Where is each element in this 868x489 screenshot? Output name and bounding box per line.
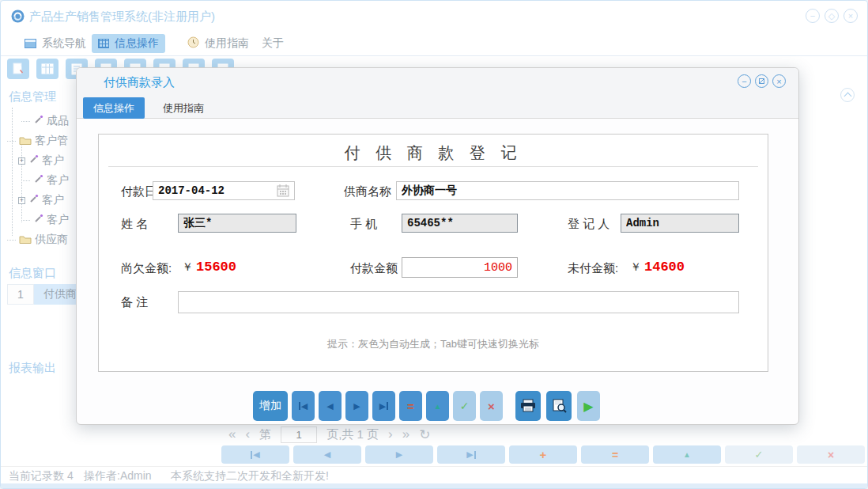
app-window: 产品生产销售管理系统(非注册用户) − ◇ × 系统导航 信息操作 使用指南 关… (0, 0, 868, 489)
grid-icon (98, 39, 109, 48)
divider (108, 166, 758, 167)
run-button[interactable]: ▶ (577, 391, 600, 421)
status-message: 本系统支持二次开发和全新开发! (171, 469, 329, 483)
menu-info-ops[interactable]: 信息操作 (92, 34, 165, 53)
pay-date-input[interactable] (153, 181, 295, 200)
expand-icon[interactable]: + (18, 197, 25, 204)
clock-icon (187, 36, 199, 51)
confirm-button[interactable]: ✓ (453, 391, 476, 421)
status-bar: 当前记录数 4 操作者:Admin 本系统支持二次开发和全新开发! (1, 466, 867, 483)
window-maximize-icon[interactable]: ◇ (825, 9, 839, 23)
bottom-strip (1, 483, 867, 489)
title-bar: 产品生产销售管理系统(非注册用户) − ◇ × (1, 1, 867, 32)
unpaid-label: 未付金额: (568, 261, 618, 276)
supplier-input[interactable] (396, 181, 739, 200)
wand-icon (28, 194, 39, 207)
folder-icon (19, 233, 32, 246)
remark-input[interactable] (178, 291, 739, 313)
tree-item-customer-4[interactable]: 客户 (21, 212, 69, 228)
wand-icon (28, 154, 39, 167)
name-input[interactable] (178, 214, 296, 233)
dialog-toolbar: 增加 ◀ ◀ ▶ ▶ = ▲ ✓ × (253, 391, 600, 421)
next-button[interactable]: ▶ (345, 391, 368, 421)
delete-record-button[interactable]: = (581, 445, 649, 464)
operator: 操作者:Admin (84, 469, 152, 483)
pay-supplier-dialog: 付供商款录入 − × 信息操作 使用指南 付 供 商 款 登 记 付款日期 供商… (76, 67, 799, 425)
last-record-button[interactable]: ▶ (437, 445, 505, 464)
menu-guide[interactable]: 使用指南 (181, 34, 255, 53)
search-doc-button[interactable] (7, 59, 29, 79)
edit-button[interactable]: ▲ (426, 391, 449, 421)
page-number-input[interactable] (281, 426, 317, 443)
tree-item-finished-goods[interactable]: 成品 (21, 113, 69, 129)
pay-supplier-form: 付 供 商 款 登 记 付款日期 供商名称 姓 名 手 机 登 记 人 尚欠金额… (98, 134, 768, 372)
tree-label: 客户 (47, 173, 69, 188)
record-toolbar: ◀ ◀ ▶ ▶ + = ▲ ✓ × (221, 445, 865, 464)
supplier-label: 供商名称 (344, 184, 391, 199)
section-report-output: 报表输出 (9, 361, 56, 376)
owed-amount: ￥15600 (182, 260, 236, 275)
dialog-close-icon[interactable]: × (772, 74, 786, 88)
table-button[interactable] (36, 59, 58, 79)
collapse-panel-icon[interactable] (840, 88, 855, 102)
last-button[interactable]: ▶ (372, 391, 395, 421)
prev-button[interactable]: ◀ (319, 391, 342, 421)
print-button[interactable] (515, 391, 541, 421)
app-title: 产品生产销售管理系统(非注册用户) (29, 9, 215, 25)
wand-icon (33, 115, 43, 127)
registrar-input[interactable] (621, 214, 739, 233)
first-record-button[interactable]: ◀ (221, 445, 289, 464)
refresh-icon[interactable]: ↻ (419, 426, 430, 443)
prev-record-button[interactable]: ◀ (293, 445, 361, 464)
page-first-icon[interactable]: « (228, 426, 236, 442)
menu-label: 使用指南 (205, 36, 249, 51)
tree-item-customer-3[interactable]: + 客户 (18, 192, 64, 208)
folder-icon (19, 135, 32, 147)
dialog-tab-guide[interactable]: 使用指南 (156, 97, 211, 119)
registrar-label: 登 记 人 (568, 217, 609, 232)
delete-button[interactable]: = (399, 391, 422, 421)
row-index: 1 (7, 284, 34, 305)
tree-folder-customers[interactable]: 客户管 (7, 133, 68, 149)
window-close-icon[interactable]: × (843, 9, 858, 23)
tree-label: 成品 (47, 114, 69, 128)
page-prev-icon[interactable]: ‹ (245, 426, 250, 442)
print-preview-button[interactable] (546, 391, 572, 421)
menu-system-nav[interactable]: 系统导航 (18, 34, 92, 53)
pay-amount-label: 付款金额 (350, 261, 398, 276)
first-button[interactable]: ◀ (292, 391, 315, 421)
page-next-icon[interactable]: › (388, 426, 393, 442)
tree-item-customer-1[interactable]: + 客户 (18, 153, 64, 169)
dialog-minimize-icon[interactable]: − (738, 74, 751, 88)
menu-label: 信息操作 (115, 36, 159, 51)
cancel-record-button[interactable]: × (797, 445, 865, 464)
tree-label: 客户 (47, 213, 69, 227)
edit-record-button[interactable]: ▲ (653, 445, 721, 464)
dialog-title: 付供商款录入 (104, 75, 175, 90)
page-last-icon[interactable]: » (402, 426, 409, 442)
calendar-icon[interactable] (276, 184, 290, 201)
tree-item-customer-2[interactable]: 客户 (21, 172, 69, 188)
pay-amount-input[interactable] (402, 257, 518, 278)
cancel-button[interactable]: × (480, 391, 503, 421)
app-logo-icon (11, 9, 25, 26)
tree-label: 客户 (42, 193, 64, 207)
mobile-input[interactable] (402, 214, 518, 233)
tree-folder-suppliers[interactable]: 供应商 (7, 232, 68, 248)
next-record-button[interactable]: ▶ (365, 445, 433, 464)
mobile-label: 手 机 (350, 217, 377, 232)
expand-icon[interactable]: + (18, 157, 25, 165)
remark-label: 备 注 (121, 295, 148, 310)
menu-about[interactable]: 关于 (255, 34, 290, 53)
wand-icon (33, 214, 43, 226)
form-heading: 付 供 商 款 登 记 (99, 142, 768, 164)
add-button[interactable]: 增加 (253, 391, 288, 421)
menu-label: 关于 (262, 36, 284, 51)
confirm-record-button[interactable]: ✓ (725, 445, 793, 464)
insert-record-button[interactable]: + (509, 445, 577, 464)
dialog-tab-info-ops[interactable]: 信息操作 (83, 97, 145, 119)
tree-label: 客户管 (35, 134, 68, 148)
menu-label: 系统导航 (42, 36, 86, 51)
dialog-restore-icon[interactable] (755, 74, 768, 88)
window-minimize-icon[interactable]: − (806, 9, 820, 23)
